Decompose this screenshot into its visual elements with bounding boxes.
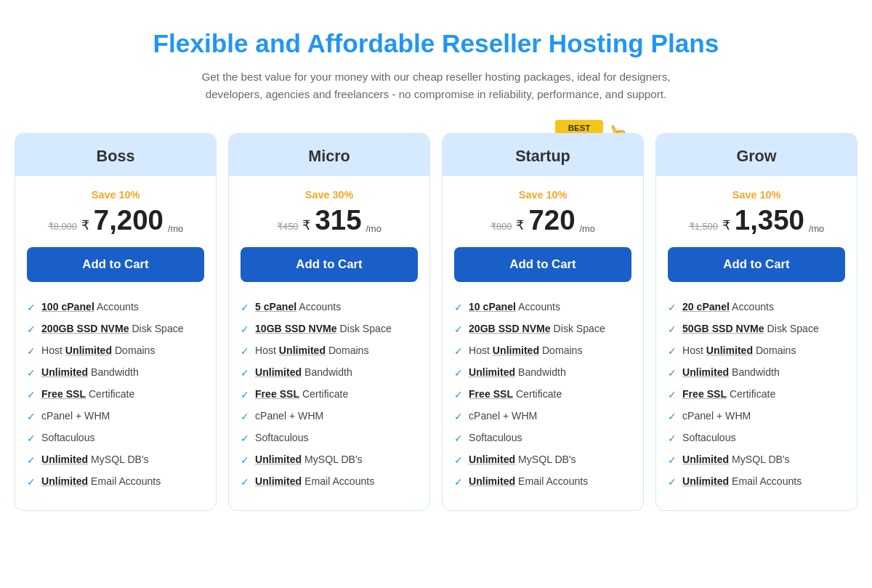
- plan-header-startup: Startup: [443, 134, 643, 176]
- feature-item: ✓ Softaculous: [454, 427, 631, 449]
- check-icon: ✓: [241, 475, 249, 489]
- check-icon: ✓: [454, 410, 463, 424]
- feature-text: 200GB SSD NVMe Disk Space: [41, 322, 184, 337]
- feature-text: Unlimited MySQL DB's: [255, 453, 363, 467]
- feature-item: ✓ 20 cPanel Accounts: [668, 297, 845, 318]
- original-price-boss: ₹8,000: [48, 221, 77, 232]
- original-price-startup: ₹800: [490, 221, 512, 232]
- per-mo-boss: /mo: [168, 223, 183, 234]
- plan-name-micro: Micro: [238, 147, 421, 166]
- check-icon: ✓: [668, 388, 677, 402]
- save-badge-grow: Save 10%: [668, 189, 845, 201]
- page-subtitle: Get the best value for your money with o…: [182, 68, 690, 104]
- feature-text: 100 cPanel Accounts: [41, 300, 139, 315]
- feature-item: ✓ Host Unlimited Domains: [454, 340, 631, 362]
- feature-text: 50GB SSD NVMe Disk Space: [682, 322, 819, 337]
- per-mo-grow: /mo: [809, 223, 824, 234]
- feature-text: Unlimited Bandwidth: [469, 366, 566, 380]
- feature-item: ✓ Softaculous: [27, 427, 204, 449]
- plan-header-grow: Grow: [656, 134, 857, 176]
- feature-text: Free SSL Certificate: [682, 387, 775, 402]
- feature-text: cPanel + WHM: [255, 409, 323, 424]
- feature-text: Unlimited Email Accounts: [255, 475, 374, 489]
- feature-item: ✓ Unlimited MySQL DB's: [241, 449, 418, 471]
- feature-item: ✓ Unlimited MySQL DB's: [668, 449, 845, 471]
- features-list-micro: ✓ 5 cPanel Accounts ✓ 10GB SSD NVMe Disk…: [241, 297, 418, 493]
- check-icon: ✓: [241, 345, 249, 358]
- add-to-cart-button-startup[interactable]: Add to Cart: [454, 247, 631, 282]
- title-black: Flexible and Affordable: [153, 29, 435, 57]
- feature-text: Softaculous: [469, 431, 522, 446]
- feature-text: 20 cPanel Accounts: [682, 300, 774, 315]
- rupee-symbol-micro: ₹: [302, 218, 310, 233]
- check-icon: ✓: [668, 366, 677, 380]
- feature-text: cPanel + WHM: [682, 409, 751, 424]
- feature-text: Softaculous: [255, 431, 309, 446]
- feature-item: ✓ Unlimited Bandwidth: [454, 362, 631, 384]
- rupee-symbol-startup: ₹: [516, 218, 524, 233]
- check-icon: ✓: [668, 454, 677, 467]
- feature-item: ✓ Unlimited Bandwidth: [27, 362, 204, 384]
- feature-text: Unlimited MySQL DB's: [682, 453, 790, 467]
- check-icon: ✓: [241, 388, 249, 402]
- plan-card-startup: Startup Save 10% ₹800 ₹ 720 /mo Add to C…: [442, 133, 644, 512]
- add-to-cart-button-micro[interactable]: Add to Cart: [241, 247, 418, 282]
- check-icon: ✓: [668, 301, 677, 315]
- check-icon: ✓: [454, 432, 463, 446]
- feature-text: 10GB SSD NVMe Disk Space: [255, 322, 392, 337]
- price-row-startup: ₹800 ₹ 720 /mo: [454, 206, 631, 234]
- feature-item: ✓ Free SSL Certificate: [27, 384, 204, 406]
- feature-item: ✓ Unlimited Bandwidth: [668, 362, 845, 384]
- plan-name-grow: Grow: [665, 147, 848, 166]
- feature-text: Unlimited Email Accounts: [41, 475, 161, 489]
- check-icon: ✓: [454, 388, 463, 402]
- price-row-micro: ₹450 ₹ 315 /mo: [241, 206, 418, 234]
- check-icon: ✓: [27, 345, 36, 358]
- rupee-symbol-grow: ₹: [722, 218, 730, 233]
- rupee-symbol-boss: ₹: [81, 218, 89, 233]
- plan-header-micro: Micro: [229, 134, 429, 176]
- plan-body-startup: Save 10% ₹800 ₹ 720 /mo Add to Cart ✓ 10…: [443, 176, 643, 511]
- feature-item: ✓ 50GB SSD NVMe Disk Space: [668, 318, 845, 340]
- check-icon: ✓: [241, 301, 249, 315]
- feature-text: Unlimited Email Accounts: [682, 475, 802, 489]
- feature-text: Host Unlimited Domains: [41, 344, 155, 358]
- feature-item: ✓ cPanel + WHM: [668, 406, 845, 427]
- feature-text: Softaculous: [41, 431, 95, 446]
- page-header: Flexible and Affordable Reseller Hosting…: [15, 29, 857, 104]
- check-icon: ✓: [668, 323, 677, 337]
- original-price-micro: ₹450: [277, 221, 298, 232]
- feature-item: ✓ Host Unlimited Domains: [241, 340, 418, 362]
- check-icon: ✓: [454, 475, 463, 489]
- save-badge-micro: Save 30%: [241, 189, 418, 201]
- features-list-boss: ✓ 100 cPanel Accounts ✓ 200GB SSD NVMe D…: [27, 297, 204, 493]
- feature-item: ✓ Unlimited Email Accounts: [27, 471, 204, 493]
- page-title: Flexible and Affordable Reseller Hosting…: [15, 29, 857, 58]
- save-badge-startup: Save 10%: [454, 189, 631, 201]
- plan-body-grow: Save 10% ₹1,500 ₹ 1,350 /mo Add to Cart …: [656, 176, 857, 511]
- feature-item: ✓ Free SSL Certificate: [241, 384, 418, 406]
- plan-card-grow: Grow Save 10% ₹1,500 ₹ 1,350 /mo Add to …: [655, 133, 857, 512]
- feature-item: ✓ 100 cPanel Accounts: [27, 297, 204, 318]
- current-price-micro: 315: [315, 206, 361, 234]
- feature-item: ✓ cPanel + WHM: [27, 406, 204, 427]
- check-icon: ✓: [241, 454, 249, 467]
- check-icon: ✓: [27, 388, 36, 402]
- feature-item: ✓ Host Unlimited Domains: [27, 340, 204, 362]
- check-icon: ✓: [454, 454, 463, 467]
- feature-text: Unlimited Bandwidth: [41, 366, 139, 380]
- plan-name-startup: Startup: [451, 147, 634, 166]
- feature-item: ✓ 10GB SSD NVMe Disk Space: [241, 318, 418, 340]
- add-to-cart-button-grow[interactable]: Add to Cart: [668, 247, 845, 282]
- feature-item: ✓ Free SSL Certificate: [454, 384, 631, 406]
- feature-item: ✓ Unlimited Email Accounts: [241, 471, 418, 493]
- feature-text: Host Unlimited Domains: [682, 344, 796, 358]
- add-to-cart-button-boss[interactable]: Add to Cart: [27, 247, 204, 282]
- check-icon: ✓: [27, 301, 36, 315]
- check-icon: ✓: [668, 475, 677, 489]
- check-icon: ✓: [454, 323, 463, 337]
- feature-item: ✓ Free SSL Certificate: [668, 384, 845, 406]
- feature-text: 20GB SSD NVMe Disk Space: [469, 322, 605, 337]
- feature-text: 5 cPanel Accounts: [255, 300, 341, 315]
- check-icon: ✓: [241, 432, 249, 446]
